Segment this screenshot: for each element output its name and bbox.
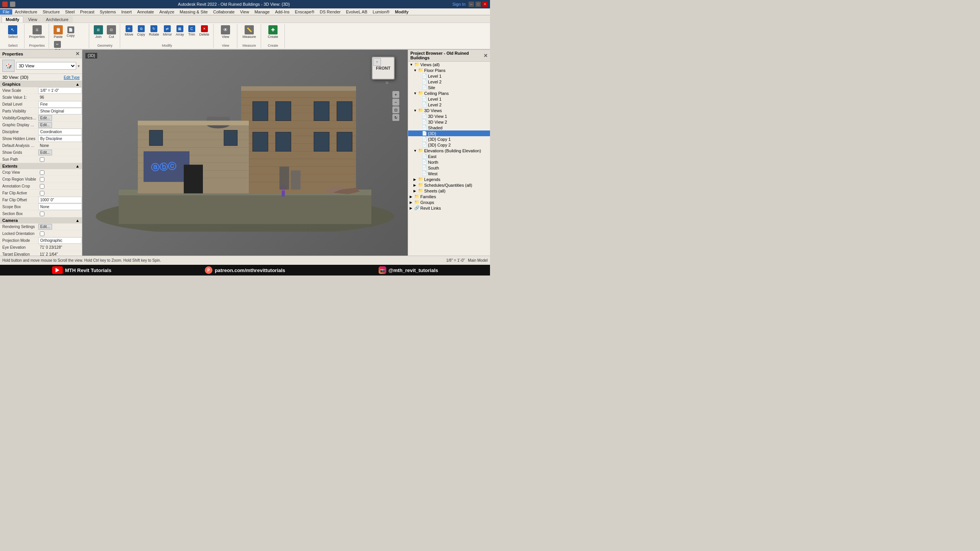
rendering-settings-edit-button[interactable]: Edit... <box>38 224 52 230</box>
tree-item-level2-floor[interactable]: 📄 Level 2 <box>408 79 490 85</box>
tree-item-legends[interactable]: ▶ 📁 Legends <box>408 176 490 182</box>
join-button[interactable]: ⊞ Join <box>92 24 105 39</box>
maximize-button[interactable]: □ <box>475 2 481 7</box>
tree-item-west[interactable]: 📄 West <box>408 171 490 176</box>
close-button[interactable]: ✕ <box>482 2 488 7</box>
tree-item-3d-copy1[interactable]: 📄 {3D} Copy 1 <box>408 136 490 142</box>
cut-geometry-button[interactable]: ⊟ Cut <box>105 24 118 39</box>
select-button[interactable]: ↖ Select <box>7 24 19 39</box>
viewport[interactable]: {3D} <box>82 50 408 256</box>
menu-enscape[interactable]: Enscape® <box>292 9 317 15</box>
crop-region-visible-checkbox[interactable] <box>40 177 44 182</box>
section-extents[interactable]: Extents ▲ <box>0 163 82 169</box>
menu-precast[interactable]: Precast <box>77 9 97 15</box>
zoom-fit-button[interactable]: ⊡ <box>392 106 399 113</box>
ribbon-group-modify: ✛ Move ⧉ Copy ↻ Rotate ⇌ Mirror ▦ Arra <box>121 24 214 48</box>
tree-item-families[interactable]: ▶ 📁 Families <box>408 194 490 199</box>
menu-analyze[interactable]: Analyze <box>157 9 177 15</box>
tree-item-revit-links[interactable]: ▶ 🔗 Revit Links <box>408 205 490 211</box>
menu-systems[interactable]: Systems <box>97 9 118 15</box>
mirror-button[interactable]: ⇌ Mirror <box>162 24 174 37</box>
properties-close-button[interactable]: ✕ <box>75 51 80 57</box>
tree-item-schedules[interactable]: ▶ 📁 Schedules/Quantities (all) <box>408 182 490 188</box>
project-browser-close[interactable]: ✕ <box>483 53 488 59</box>
graphic-display-edit-button[interactable]: Edit... <box>38 122 52 128</box>
tree-item-sheets[interactable]: ▶ 📁 Sheets (all) <box>408 188 490 194</box>
tree-item-level2-ceiling[interactable]: 📄 Level 2 <box>408 102 490 108</box>
zoom-in-button[interactable]: + <box>392 91 399 98</box>
section-graphics[interactable]: Graphics ▲ <box>0 81 82 87</box>
menu-addins[interactable]: Add-Ins <box>272 9 292 15</box>
tree-item-ceiling-plans[interactable]: ▼ 📁 Ceiling Plans <box>408 90 490 96</box>
tree-item-north[interactable]: 📄 North <box>408 159 490 165</box>
menu-structure[interactable]: Structure <box>40 9 62 15</box>
menu-manage[interactable]: Manage <box>252 9 273 15</box>
tree-item-level1-floor[interactable]: 📄 Level 1 <box>408 73 490 79</box>
prop-view-scale: View Scale 1/8" = 1'-0" <box>0 87 82 94</box>
trim-button[interactable]: ⊏ Trim <box>186 24 197 37</box>
tree-item-shaded[interactable]: 📄 Shaded <box>408 125 490 130</box>
tree-item-elevations[interactable]: ▼ 📁 Elevations (Building Elevation) <box>408 148 490 153</box>
tree-item-south[interactable]: 📄 South <box>408 165 490 171</box>
menu-view[interactable]: View <box>237 9 252 15</box>
tab-modify[interactable]: Modify <box>2 16 23 23</box>
edit-type-button[interactable]: Edit Type <box>64 75 80 80</box>
menu-modify[interactable]: Modify <box>392 9 411 15</box>
menu-insert[interactable]: Insert <box>119 9 135 15</box>
tree-item-views-all[interactable]: ▼ 📁 Views (all) <box>408 62 490 67</box>
menu-architecture[interactable]: Architecture <box>12 9 40 15</box>
crop-view-checkbox[interactable] <box>40 170 44 175</box>
menu-evolvelab[interactable]: EvolveL AB <box>343 9 370 15</box>
rotate-button[interactable]: ↻ Rotate <box>147 24 161 37</box>
menu-dsrender[interactable]: DS Render <box>317 9 343 15</box>
menu-annotate[interactable]: Annotate <box>134 9 157 15</box>
copy-modify-button[interactable]: ⧉ Copy <box>136 24 147 37</box>
view-type-arrow[interactable]: ▾ <box>78 64 80 68</box>
tree-item-3d-copy2[interactable]: 📄 {3D} Copy 2 <box>408 142 490 148</box>
svg-rect-23 <box>337 132 352 151</box>
visibility-edit-button[interactable]: Edit... <box>38 115 52 121</box>
sign-in-link[interactable]: Sign In <box>452 2 466 7</box>
properties-ribbon-button[interactable]: ≡ Properties <box>28 24 46 39</box>
copy-button[interactable]: 📄 Copy <box>65 26 76 38</box>
section-box-checkbox[interactable] <box>40 212 44 216</box>
array-button[interactable]: ▦ Array <box>174 24 186 37</box>
menu-steel[interactable]: Steel <box>62 9 77 15</box>
tab-view[interactable]: View <box>24 16 41 23</box>
sun-path-checkbox[interactable] <box>40 157 44 162</box>
tree-item-site[interactable]: 📄 Site <box>408 85 490 90</box>
paste-button[interactable]: 📋 Paste <box>52 24 64 39</box>
measure-button[interactable]: 📏 Measure <box>241 24 258 39</box>
minimize-button[interactable]: ─ <box>469 2 474 7</box>
tree-item-3d-current[interactable]: 📄 {3D} <box>408 130 490 136</box>
menu-collaborate[interactable]: Collaborate <box>211 9 237 15</box>
far-clip-active-checkbox[interactable] <box>40 191 44 196</box>
orbit-button[interactable]: ↻ <box>392 114 399 121</box>
delete-button[interactable]: ✕ Delete <box>198 24 211 37</box>
compass-circle: ⊙ <box>385 81 389 85</box>
tree-item-groups[interactable]: ▶ 📁 Groups <box>408 199 490 205</box>
model-display: Main Model <box>468 258 488 262</box>
zoom-out-button[interactable]: − <box>392 99 399 106</box>
tree-item-3dview1[interactable]: 📄 3D View 1 <box>408 113 490 119</box>
tree-item-level1-ceiling[interactable]: 📄 Level 1 <box>408 96 490 102</box>
annotation-crop-checkbox[interactable] <box>40 184 44 189</box>
menu-file[interactable]: File <box>0 9 12 15</box>
section-camera[interactable]: Camera ▲ <box>0 217 82 223</box>
tree-item-floor-plans[interactable]: ▼ 📁 Floor Plans <box>408 67 490 73</box>
building-scene-svg: ⓐⓑⓒ <box>88 67 402 231</box>
locked-orientation-checkbox[interactable] <box>40 231 44 236</box>
menu-massing[interactable]: Massing & Site <box>177 9 210 15</box>
svg-rect-16 <box>253 101 268 121</box>
tree-item-3d-views[interactable]: ▼ 📁 3D Views <box>408 108 490 113</box>
create-button[interactable]: ✚ Create <box>266 24 280 39</box>
move-button[interactable]: ✛ Move <box>123 24 135 37</box>
tab-architecture[interactable]: Architecture <box>42 16 73 23</box>
tree-item-3dview2[interactable]: 📄 3D View 2 <box>408 119 490 125</box>
tree-item-east[interactable]: 📄 East <box>408 153 490 159</box>
prop-show-grids: Show Grids Edit... <box>0 149 82 156</box>
view-ribbon-button[interactable]: 👁 View <box>219 24 232 39</box>
view-type-dropdown[interactable]: 3D View <box>16 62 76 70</box>
menu-lumion[interactable]: Lumion® <box>370 9 392 15</box>
show-grids-edit-button[interactable]: Edit... <box>38 150 52 155</box>
